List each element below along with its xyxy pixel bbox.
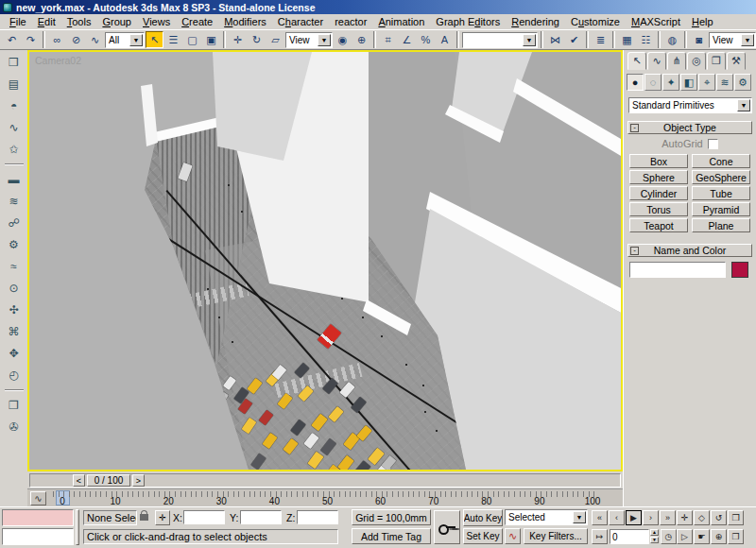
reactor-deforming-mesh-icon[interactable]: ✩ [4,140,24,159]
reactor-spring-icon[interactable]: ≋ [4,192,24,211]
category-lights[interactable]: ✦ [662,74,679,91]
add-time-tag-button[interactable]: Add Time Tag [352,528,431,544]
reactor-constraint-icon[interactable]: ⌘ [4,322,24,341]
menu-file[interactable]: File [4,15,32,28]
next-frame-button[interactable]: › [643,510,659,525]
play-button[interactable]: ▶ [626,510,642,525]
time-configuration-button[interactable]: ◷ [661,529,677,544]
mirror-button[interactable]: ⋈ [546,31,564,48]
menu-maxscript[interactable]: MAXScript [626,15,686,28]
menu-create[interactable]: Create [176,15,218,28]
collapse-icon[interactable]: - [630,124,639,132]
primitives-dropdown[interactable]: Standard Primitives ▼ [628,97,752,113]
bind-to-space-warp-button[interactable]: ∿ [86,31,104,48]
previous-frame-arrow[interactable]: < [73,474,85,487]
cone-button[interactable]: Cone [692,154,750,168]
geosphere-button[interactable]: GeoSphere [692,170,750,184]
object-type-rollout-header[interactable]: - Object Type [627,121,752,134]
go-to-start-button[interactable]: « [592,510,608,525]
title-bar[interactable]: new_york.max - Autodesk 3ds Max 8 SP3 - … [0,0,756,14]
pan-view-button[interactable]: ☛ [694,529,710,544]
menu-rendering[interactable]: Rendering [506,15,565,28]
select-and-rotate-button[interactable]: ↻ [248,31,266,48]
collapse-icon[interactable]: - [630,247,639,255]
auto-key-button[interactable]: Auto Key [463,509,503,526]
spinner-down-icon[interactable]: ▼ [650,537,659,543]
roll-camera-button[interactable]: ↺ [711,510,727,525]
keyboard-override-button[interactable]: A [436,31,454,48]
reactor-preview-animation-icon[interactable]: ✇ [4,418,24,437]
tab-create[interactable]: ↖ [627,52,646,70]
track-bar[interactable]: ∿ 0102030405060708090100 [27,488,623,506]
select-and-link-button[interactable]: ∞ [48,31,66,48]
layer-manager-button[interactable]: ≣ [592,31,610,48]
select-and-scale-button[interactable]: ▱ [266,31,284,48]
key-filter-selection-dropdown[interactable]: Selected ▼ [505,509,588,525]
category-space-warps[interactable]: ≋ [716,74,733,91]
named-selection-sets-dropdown[interactable]: ▼ [462,32,538,48]
schematic-view-button[interactable]: ☷ [637,31,655,48]
curve-editor-button[interactable]: ▦ [618,31,636,48]
reactor-plane-icon[interactable]: ▬ [4,170,24,189]
render-type-dropdown[interactable]: View▼ [709,32,756,48]
x-field[interactable] [183,510,225,524]
select-and-move-button[interactable]: ✛ [229,31,247,48]
menu-views[interactable]: Views [137,15,176,28]
selection-filter-dropdown[interactable]: All▼ [105,32,145,48]
menu-edit[interactable]: Edit [32,15,61,28]
reactor-toy-car-icon[interactable]: ⊙ [4,279,24,298]
box-button[interactable]: Box [629,154,688,168]
set-key-button[interactable]: Set Key [463,528,503,544]
autogrid-checkbox[interactable] [708,139,718,149]
reactor-water-icon[interactable]: ◴ [4,366,24,385]
material-editor-button[interactable]: ◍ [663,31,681,48]
viewport-label[interactable]: Camera02 [35,55,81,66]
unlink-selection-button[interactable]: ⊘ [67,31,85,48]
menu-animation[interactable]: Animation [372,15,430,28]
category-cameras[interactable]: ◧ [680,74,697,91]
select-by-name-button[interactable]: ☰ [164,31,182,48]
field-of-view-button[interactable]: ◇ [694,510,710,525]
menu-customize[interactable]: Customize [565,15,626,28]
object-name-field[interactable] [629,262,726,278]
default-in-out-tangents-button[interactable]: ∿ [505,528,521,544]
percent-snap-button[interactable]: % [417,31,435,48]
tab-utilities[interactable]: ⚒ [727,52,746,70]
spinner-up-icon[interactable]: ▲ [650,529,659,536]
category-systems[interactable]: ⚙ [734,74,751,91]
selection-lock-toggle[interactable] [140,510,148,522]
chevron-down-icon[interactable]: ▼ [741,34,754,46]
menu-group[interactable]: Group [96,15,137,28]
object-color-swatch[interactable] [731,262,748,278]
redo-button[interactable]: ↷ [22,31,40,48]
grid-setting-button[interactable]: Grid = 100,0mm [352,509,431,525]
menu-help[interactable]: Help [686,15,719,28]
angle-snap-button[interactable]: ∠ [398,31,416,48]
maxscript-mini-listener-input[interactable] [2,528,74,545]
y-field[interactable] [240,510,282,524]
chevron-down-icon[interactable]: ▼ [129,34,143,46]
current-frame-field[interactable]: 0 [610,529,649,544]
absolute-offset-toggle[interactable]: ✛ [155,510,170,525]
set-keys-button[interactable] [434,510,460,544]
reactor-preview-window-icon[interactable]: ❐ [4,396,24,415]
cylinder-button[interactable]: Cylinder [629,186,688,200]
snap-toggle-button[interactable]: ⌗ [379,31,397,48]
zoom-extents-all-button[interactable]: ❒ [728,510,744,525]
key-filters-button[interactable]: Key Filters... [524,528,588,544]
maxscript-mini-listener[interactable] [2,509,74,526]
reactor-wind-icon[interactable]: ≈ [4,257,24,276]
reactor-rigid-body-collection-icon[interactable]: ❒ [4,53,24,72]
category-shapes[interactable]: ◌ [644,74,662,91]
dolly-camera-button[interactable]: ✛ [677,510,693,525]
window-crossing-button[interactable]: ▣ [202,31,220,48]
menu-tools[interactable]: Tools [61,15,97,28]
reactor-fracture-icon[interactable]: ✣ [4,300,24,319]
reactor-cloth-collection-icon[interactable]: ▤ [4,75,24,94]
min-max-toggle-button[interactable]: ❐ [728,529,744,544]
torus-button[interactable]: Torus [629,202,688,216]
reactor-soft-body-collection-icon[interactable]: ◓ [4,96,24,115]
menu-reactor[interactable]: reactor [329,15,372,28]
render-scene-button[interactable]: ◙ [690,31,708,48]
select-and-manipulate-button[interactable]: ⊕ [352,31,370,48]
